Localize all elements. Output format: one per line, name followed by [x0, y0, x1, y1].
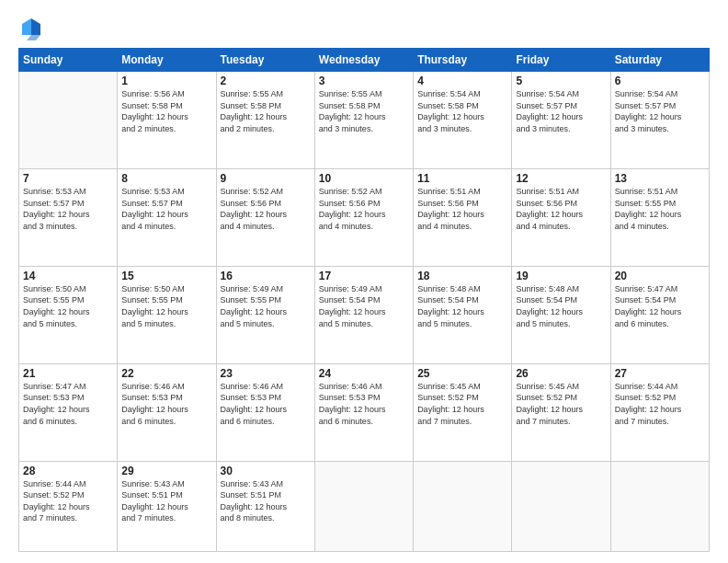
day-info: Sunrise: 5:45 AM Sunset: 5:52 PM Dayligh…	[417, 381, 507, 427]
day-number: 17	[319, 270, 409, 282]
calendar-cell	[314, 461, 413, 551]
calendar-cell: 1Sunrise: 5:56 AM Sunset: 5:58 PM Daylig…	[118, 72, 216, 169]
calendar-cell: 8Sunrise: 5:53 AM Sunset: 5:57 PM Daylig…	[118, 168, 216, 266]
day-info: Sunrise: 5:53 AM Sunset: 5:57 PM Dayligh…	[121, 186, 211, 232]
calendar-cell: 9Sunrise: 5:52 AM Sunset: 5:56 PM Daylig…	[216, 168, 314, 266]
calendar-week-3: 14Sunrise: 5:50 AM Sunset: 5:55 PM Dayli…	[19, 266, 710, 363]
calendar-cell: 7Sunrise: 5:53 AM Sunset: 5:57 PM Daylig…	[19, 168, 118, 266]
day-number: 13	[615, 172, 705, 185]
calendar-cell: 23Sunrise: 5:46 AM Sunset: 5:53 PM Dayli…	[216, 363, 314, 461]
day-info: Sunrise: 5:49 AM Sunset: 5:54 PM Dayligh…	[319, 283, 409, 329]
calendar-cell: 29Sunrise: 5:43 AM Sunset: 5:51 PM Dayli…	[118, 461, 216, 551]
weekday-header-wednesday: Wednesday	[314, 49, 413, 72]
weekday-header-saturday: Saturday	[610, 49, 709, 72]
day-number: 22	[121, 367, 211, 380]
calendar-cell: 27Sunrise: 5:44 AM Sunset: 5:52 PM Dayli…	[610, 363, 709, 461]
day-info: Sunrise: 5:51 AM Sunset: 5:56 PM Dayligh…	[516, 186, 606, 232]
day-info: Sunrise: 5:52 AM Sunset: 5:56 PM Dayligh…	[221, 186, 311, 232]
calendar-cell: 22Sunrise: 5:46 AM Sunset: 5:53 PM Dayli…	[118, 363, 216, 461]
day-number: 20	[615, 270, 705, 282]
day-info: Sunrise: 5:46 AM Sunset: 5:53 PM Dayligh…	[121, 381, 211, 427]
day-info: Sunrise: 5:55 AM Sunset: 5:58 PM Dayligh…	[221, 88, 311, 134]
calendar-cell	[512, 461, 610, 551]
day-info: Sunrise: 5:50 AM Sunset: 5:55 PM Dayligh…	[23, 283, 113, 329]
svg-marker-2	[27, 35, 40, 40]
calendar-cell	[19, 72, 118, 169]
weekday-header-tuesday: Tuesday	[216, 49, 314, 72]
day-info: Sunrise: 5:51 AM Sunset: 5:56 PM Dayligh…	[417, 186, 507, 232]
day-number: 2	[221, 75, 311, 87]
calendar-cell	[610, 461, 709, 551]
calendar-table: SundayMondayTuesdayWednesdayThursdayFrid…	[18, 48, 710, 552]
calendar-cell: 30Sunrise: 5:43 AM Sunset: 5:51 PM Dayli…	[216, 461, 314, 551]
calendar-cell: 11Sunrise: 5:51 AM Sunset: 5:56 PM Dayli…	[414, 168, 512, 266]
day-info: Sunrise: 5:46 AM Sunset: 5:53 PM Dayligh…	[221, 381, 311, 427]
day-info: Sunrise: 5:52 AM Sunset: 5:56 PM Dayligh…	[319, 186, 409, 232]
calendar-cell: 15Sunrise: 5:50 AM Sunset: 5:55 PM Dayli…	[118, 266, 216, 363]
day-number: 16	[221, 270, 311, 282]
calendar-cell: 28Sunrise: 5:44 AM Sunset: 5:52 PM Dayli…	[19, 461, 118, 551]
day-info: Sunrise: 5:49 AM Sunset: 5:55 PM Dayligh…	[221, 283, 311, 329]
day-number: 24	[319, 367, 409, 380]
day-number: 15	[121, 270, 211, 282]
day-info: Sunrise: 5:45 AM Sunset: 5:52 PM Dayligh…	[516, 381, 606, 427]
calendar-cell: 5Sunrise: 5:54 AM Sunset: 5:57 PM Daylig…	[512, 72, 610, 169]
svg-marker-1	[22, 18, 31, 35]
day-info: Sunrise: 5:48 AM Sunset: 5:54 PM Dayligh…	[417, 283, 507, 329]
day-info: Sunrise: 5:47 AM Sunset: 5:54 PM Dayligh…	[615, 283, 705, 329]
day-number: 8	[121, 172, 211, 185]
calendar-week-4: 21Sunrise: 5:47 AM Sunset: 5:53 PM Dayli…	[19, 363, 710, 461]
calendar-cell: 4Sunrise: 5:54 AM Sunset: 5:58 PM Daylig…	[414, 72, 512, 169]
day-number: 11	[417, 172, 507, 185]
day-info: Sunrise: 5:46 AM Sunset: 5:53 PM Dayligh…	[319, 381, 409, 427]
calendar-cell: 12Sunrise: 5:51 AM Sunset: 5:56 PM Dayli…	[512, 168, 610, 266]
day-number: 1	[121, 75, 211, 87]
day-number: 4	[417, 75, 507, 87]
day-info: Sunrise: 5:56 AM Sunset: 5:58 PM Dayligh…	[121, 88, 211, 134]
day-number: 25	[417, 367, 507, 380]
day-number: 6	[615, 75, 705, 87]
day-number: 18	[417, 270, 507, 282]
calendar-cell: 16Sunrise: 5:49 AM Sunset: 5:55 PM Dayli…	[216, 266, 314, 363]
day-number: 5	[516, 75, 606, 87]
day-info: Sunrise: 5:48 AM Sunset: 5:54 PM Dayligh…	[516, 283, 606, 329]
calendar-cell: 3Sunrise: 5:55 AM Sunset: 5:58 PM Daylig…	[314, 72, 413, 169]
day-info: Sunrise: 5:54 AM Sunset: 5:57 PM Dayligh…	[615, 88, 705, 134]
day-number: 19	[516, 270, 606, 282]
day-number: 9	[221, 172, 311, 185]
day-number: 10	[319, 172, 409, 185]
weekday-header-sunday: Sunday	[19, 49, 118, 72]
day-info: Sunrise: 5:50 AM Sunset: 5:55 PM Dayligh…	[121, 283, 211, 329]
calendar-cell: 21Sunrise: 5:47 AM Sunset: 5:53 PM Dayli…	[19, 363, 118, 461]
calendar-cell: 20Sunrise: 5:47 AM Sunset: 5:54 PM Dayli…	[610, 266, 709, 363]
day-number: 23	[221, 367, 311, 380]
logo	[18, 15, 48, 40]
day-info: Sunrise: 5:53 AM Sunset: 5:57 PM Dayligh…	[23, 186, 113, 232]
calendar-cell: 17Sunrise: 5:49 AM Sunset: 5:54 PM Dayli…	[314, 266, 413, 363]
weekday-header-monday: Monday	[118, 49, 216, 72]
day-info: Sunrise: 5:44 AM Sunset: 5:52 PM Dayligh…	[615, 381, 705, 427]
weekday-header-row: SundayMondayTuesdayWednesdayThursdayFrid…	[19, 49, 710, 72]
day-number: 3	[319, 75, 409, 87]
calendar-cell: 26Sunrise: 5:45 AM Sunset: 5:52 PM Dayli…	[512, 363, 610, 461]
calendar-cell: 19Sunrise: 5:48 AM Sunset: 5:54 PM Dayli…	[512, 266, 610, 363]
logo-icon	[18, 15, 44, 40]
calendar-cell: 14Sunrise: 5:50 AM Sunset: 5:55 PM Dayli…	[19, 266, 118, 363]
day-info: Sunrise: 5:47 AM Sunset: 5:53 PM Dayligh…	[23, 381, 113, 427]
header	[18, 15, 710, 40]
calendar-cell: 10Sunrise: 5:52 AM Sunset: 5:56 PM Dayli…	[314, 168, 413, 266]
calendar-cell: 6Sunrise: 5:54 AM Sunset: 5:57 PM Daylig…	[610, 72, 709, 169]
day-info: Sunrise: 5:43 AM Sunset: 5:51 PM Dayligh…	[121, 478, 211, 524]
day-number: 28	[23, 465, 113, 477]
calendar-cell: 24Sunrise: 5:46 AM Sunset: 5:53 PM Dayli…	[314, 363, 413, 461]
day-number: 29	[121, 465, 211, 477]
day-info: Sunrise: 5:54 AM Sunset: 5:57 PM Dayligh…	[516, 88, 606, 134]
svg-marker-0	[31, 18, 40, 35]
weekday-header-friday: Friday	[512, 49, 610, 72]
day-number: 12	[516, 172, 606, 185]
day-info: Sunrise: 5:54 AM Sunset: 5:58 PM Dayligh…	[417, 88, 507, 134]
day-number: 21	[23, 367, 113, 380]
calendar-cell: 25Sunrise: 5:45 AM Sunset: 5:52 PM Dayli…	[414, 363, 512, 461]
day-info: Sunrise: 5:44 AM Sunset: 5:52 PM Dayligh…	[23, 478, 113, 524]
day-number: 14	[23, 270, 113, 282]
